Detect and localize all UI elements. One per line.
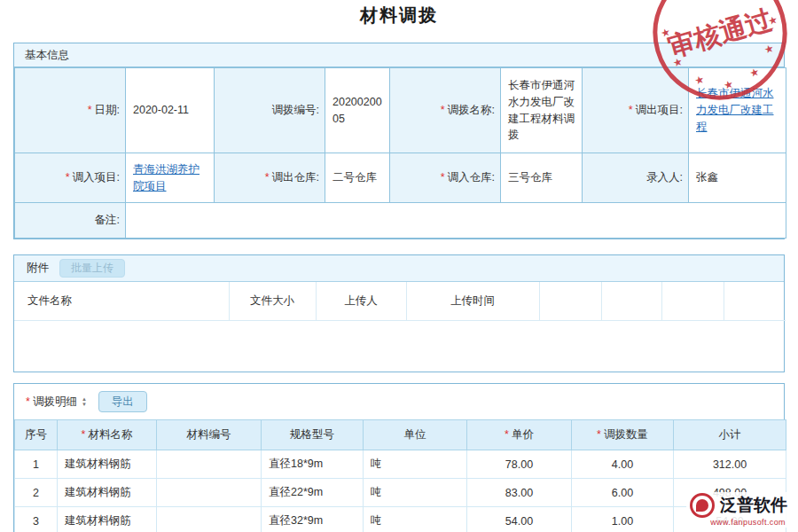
detail-col-material-no: 材料编号 — [157, 420, 262, 450]
out-project-link[interactable]: 长春市伊通河水力发电厂改建工程 — [696, 87, 774, 133]
required-mark: * — [441, 171, 445, 184]
detail-col-label: 小计 — [719, 428, 741, 441]
detail-col-label: 调拨数量 — [604, 428, 648, 441]
detail-cell-material-no — [157, 479, 262, 507]
transfer-no-label-cell: 调拨编号: — [215, 68, 325, 153]
detail-col-label: 材料名称 — [88, 428, 132, 441]
basic-row-remark: 备注: — [15, 203, 786, 239]
in-warehouse-value: 三号仓库 — [501, 153, 583, 203]
attachment-table: 文件名称 文件大小 上传人 上传时间 — [14, 282, 786, 321]
required-mark: * — [82, 428, 86, 441]
detail-col-unit: 单位 — [364, 420, 467, 450]
detail-cell-material-name: 建筑材料钢筋 — [58, 450, 157, 479]
detail-cell-unit-price: 78.00 — [467, 450, 572, 479]
required-mark: * — [66, 171, 70, 184]
required-mark: * — [505, 428, 509, 441]
transfer-no-label: 调拨编号: — [272, 104, 319, 116]
required-mark: * — [88, 104, 92, 116]
transfer-detail-section: * 调拨明细 ▲▼ 导出 序号 *材料名称 材料编号 规格型号 单位 *单价 *… — [13, 383, 785, 532]
detail-cell-unit-price: 83.00 — [467, 479, 572, 507]
transfer-name-label-cell: *调拨名称: — [390, 68, 501, 153]
detail-col-spec: 规格型号 — [262, 420, 364, 450]
detail-col-unit-price: *单价 — [467, 420, 572, 450]
required-mark: * — [265, 171, 270, 184]
required-mark: * — [597, 428, 601, 441]
sort-icon[interactable]: ▲▼ — [82, 396, 87, 407]
out-project-label-cell: *调出项目: — [583, 68, 689, 153]
basic-info-table: *日期: 2020-02-11 调拨编号: 2020020005 *调拨名称: … — [14, 67, 786, 239]
remark-label: 备注: — [95, 214, 120, 226]
detail-col-label: 序号 — [25, 428, 47, 441]
in-warehouse-label-cell: *调入仓库: — [390, 153, 501, 203]
export-button[interactable]: 导出 — [98, 391, 147, 412]
detail-cell-unit-price: 54.00 — [467, 507, 572, 532]
detail-cell-material-name: 建筑材料钢筋 — [58, 507, 157, 532]
basic-info-title: 基本信息 — [14, 43, 784, 67]
attachment-col-empty — [661, 282, 724, 320]
brand-name: 泛普软件 — [720, 494, 787, 517]
page-title: 材料调拨 — [0, 4, 798, 27]
detail-col-label: 单价 — [512, 428, 534, 441]
detail-cell-subtotal: 312.00 — [674, 450, 786, 479]
recorder-value: 张鑫 — [689, 153, 786, 203]
in-project-cell: 青海洪湖养护院项目 — [126, 153, 215, 203]
detail-table: 序号 *材料名称 材料编号 规格型号 单位 *单价 *调拨数量 小计 1 建筑材… — [14, 419, 786, 532]
detail-title: 调拨明细 — [33, 395, 77, 410]
in-project-link[interactable]: 青海洪湖养护院项目 — [133, 163, 200, 192]
date-value: 2020-02-11 — [126, 68, 215, 153]
transfer-no-value: 2020020005 — [325, 68, 390, 153]
attachment-col-filename: 文件名称 — [14, 282, 229, 320]
basic-row-1: *日期: 2020-02-11 调拨编号: 2020020005 *调拨名称: … — [15, 68, 786, 153]
detail-cell-material-no — [157, 507, 262, 532]
transfer-name-value: 长春市伊通河水力发电厂改建工程材料调拨 — [501, 68, 583, 153]
attachment-col-empty — [601, 282, 661, 320]
detail-col-index: 序号 — [15, 420, 58, 450]
detail-toolbar: * 调拨明细 ▲▼ 导出 — [14, 384, 784, 419]
detail-col-label: 材料编号 — [187, 428, 231, 441]
detail-cell-material-name: 建筑材料钢筋 — [58, 479, 157, 507]
transfer-name-label: 调拨名称: — [448, 104, 495, 116]
date-label: 日期: — [95, 104, 120, 116]
detail-cell-index: 3 — [15, 507, 58, 532]
attachment-empty-area — [14, 321, 784, 372]
detail-cell-quantity: 4.00 — [572, 450, 674, 479]
detail-cell-spec: 直径18*9m — [262, 450, 364, 479]
detail-row: 2 建筑材料钢筋 直径22*9m 吨 83.00 6.00 498.00 — [15, 479, 786, 507]
detail-cell-material-no — [157, 450, 262, 479]
brand-url: www.fanpusoft.com — [690, 518, 787, 527]
sort-down-icon: ▼ — [82, 402, 87, 407]
detail-col-subtotal: 小计 — [674, 420, 786, 450]
attachment-col-uploadtime: 上传时间 — [406, 282, 539, 320]
detail-cell-index: 1 — [15, 450, 58, 479]
in-project-label: 调入项目: — [73, 171, 120, 184]
attachment-col-uploader: 上传人 — [316, 282, 406, 320]
detail-cell-spec: 直径32*9m — [262, 507, 364, 532]
stamp-star-icon: ★ — [659, 26, 671, 40]
footer-brand: 泛普软件 www.fanpusoft.com — [686, 492, 791, 528]
detail-cell-unit: 吨 — [364, 479, 467, 507]
required-mark: * — [441, 104, 445, 116]
detail-cell-spec: 直径22*9m — [262, 479, 364, 507]
attachment-col-empty — [724, 282, 786, 320]
basic-info-section: 基本信息 *日期: 2020-02-11 调拨编号: 2020020005 *调… — [13, 43, 785, 239]
detail-col-material-name: *材料名称 — [58, 420, 157, 450]
out-project-cell: 长春市伊通河水力发电厂改建工程 — [689, 68, 786, 153]
out-warehouse-label: 调出仓库: — [272, 171, 319, 184]
attachments-section: 附件 批量上传 文件名称 文件大小 上传人 上传时间 — [13, 254, 785, 372]
detail-cell-index: 2 — [15, 479, 58, 507]
attachments-header: 附件 批量上传 — [14, 255, 784, 282]
detail-cell-unit: 吨 — [364, 507, 467, 532]
attachment-col-filesize: 文件大小 — [229, 282, 316, 320]
attachment-col-empty — [539, 282, 601, 320]
remark-value — [126, 203, 786, 239]
detail-col-quantity: *调拨数量 — [572, 420, 674, 450]
detail-header-row: 序号 *材料名称 材料编号 规格型号 单位 *单价 *调拨数量 小计 — [15, 420, 786, 450]
in-warehouse-label: 调入仓库: — [448, 171, 495, 184]
out-warehouse-label-cell: *调出仓库: — [215, 153, 325, 203]
out-warehouse-value: 二号仓库 — [325, 153, 390, 203]
attachment-header-row: 文件名称 文件大小 上传人 上传时间 — [14, 282, 786, 320]
detail-col-label: 单位 — [404, 428, 426, 441]
batch-upload-button[interactable]: 批量上传 — [59, 259, 125, 278]
required-mark: * — [629, 104, 633, 116]
attachments-title: 附件 — [27, 261, 49, 276]
